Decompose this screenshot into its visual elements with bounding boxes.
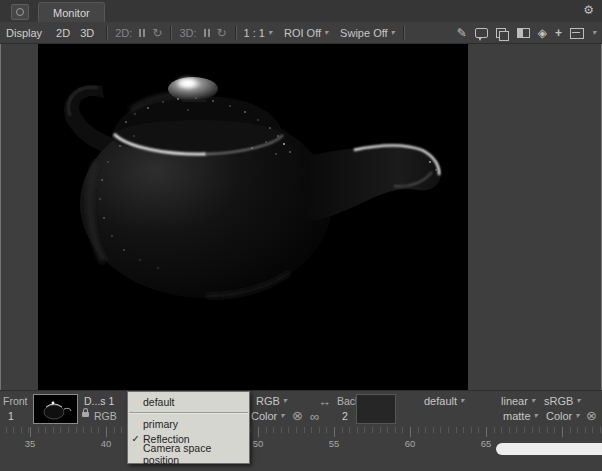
timeline-label: 65: [481, 438, 492, 449]
pencil-icon[interactable]: ✎: [457, 27, 467, 39]
menu-item-camera-space-position[interactable]: Camera space position: [128, 446, 249, 461]
front-layer-select[interactable]: D...s 1: [84, 395, 114, 407]
diamond-icon[interactable]: ◈: [538, 27, 547, 39]
display-menu[interactable]: Display: [6, 27, 42, 39]
front-channel-label: RGB: [94, 410, 117, 422]
viewport[interactable]: [38, 44, 468, 390]
chevron-down-icon: ▾: [391, 29, 395, 37]
swipe-select[interactable]: Swipe Off▾: [340, 27, 395, 39]
toolbar-separator: [106, 26, 107, 40]
menu-item-primary[interactable]: primary: [128, 416, 249, 431]
group-3d-label: 3D:: [179, 27, 196, 39]
swap-buffers-icon[interactable]: ↔: [318, 395, 331, 408]
mode-3d-button[interactable]: 3D: [80, 27, 94, 39]
menu-separator: [129, 412, 248, 413]
front-display-select[interactable]: Color▾: [251, 410, 284, 422]
group-2d-label: 2D:: [115, 27, 132, 39]
gear-icon[interactable]: ⚙: [583, 3, 594, 17]
front-channel-select[interactable]: RGB▾: [256, 395, 287, 407]
teapot-render: [38, 44, 468, 390]
chevron-down-icon: ▾: [283, 397, 287, 405]
chevron-down-icon: ▾: [280, 412, 284, 420]
chevron-down-icon: ▾: [268, 29, 272, 37]
menu-item-label: Camera space position: [143, 442, 249, 466]
tab-monitor-label: Monitor: [53, 7, 90, 19]
toolbar: Display 2D 3D 2D: ↻ 3D: ↻ 1 : 1▾ ROI Off…: [0, 22, 602, 44]
lock-icon[interactable]: [82, 412, 89, 417]
swipe-compare-icon[interactable]: [517, 28, 530, 38]
chevron-down-icon: ▾: [531, 397, 535, 405]
menu-item-label: primary: [143, 418, 178, 430]
pause-3d-icon[interactable]: [204, 29, 210, 37]
chevron-down-icon: ▾: [576, 397, 580, 405]
clear-front-buffer-icon[interactable]: ⊗: [292, 409, 303, 422]
menu-item-label: default: [143, 396, 175, 408]
clear-back-buffer-icon[interactable]: ⊗: [586, 409, 597, 422]
layer-context-menu: default primary ✓ Reflection Camera spac…: [127, 391, 250, 464]
zoom-select[interactable]: 1 : 1▾: [244, 27, 272, 39]
toolbar-right-icons: ✎ ◈ + ▾: [457, 22, 596, 44]
chevron-down-icon: ▾: [575, 412, 579, 420]
roi-select[interactable]: ROI Off▾: [284, 27, 328, 39]
view-transform-select[interactable]: sRGB▾: [544, 395, 580, 407]
front-thumbnail-image: [34, 395, 77, 423]
chevron-down-icon[interactable]: ▾: [592, 29, 596, 37]
panel-menu-icon[interactable]: [11, 4, 29, 20]
back-display-select[interactable]: Color▾: [546, 410, 579, 422]
front-buffer-number: 1: [8, 410, 14, 422]
tab-monitor[interactable]: Monitor: [38, 2, 105, 23]
colorspace-select[interactable]: linear▾: [501, 395, 535, 407]
front-buffer-label: Front: [3, 395, 28, 407]
chevron-down-icon: ▾: [460, 397, 464, 405]
front-thumbnail[interactable]: [33, 394, 78, 424]
timeline-label: 55: [329, 438, 340, 449]
link-buffers-icon[interactable]: ∞: [310, 410, 319, 423]
crosshair-icon[interactable]: +: [555, 26, 562, 40]
catalog-icon[interactable]: [570, 28, 584, 39]
back-layer-select[interactable]: default▾: [424, 395, 464, 407]
annotation-icon[interactable]: [475, 28, 488, 38]
matte-select[interactable]: matte▾: [503, 410, 538, 422]
timeline-scrollbar[interactable]: [496, 443, 602, 455]
panel-menu-dot-icon: [16, 8, 24, 16]
refresh-2d-icon[interactable]: ↻: [152, 27, 162, 39]
timeline-major-ticks: [0, 427, 602, 437]
menu-item-default[interactable]: default: [128, 394, 249, 409]
titlebar: Monitor ⚙: [0, 0, 602, 23]
mode-2d-button[interactable]: 2D: [56, 27, 70, 39]
back-thumbnail[interactable]: [356, 394, 396, 424]
timeline-label: 50: [253, 438, 264, 449]
monitor-panel: Monitor ⚙ Display 2D 3D 2D: ↻ 3D: ↻ 1 : …: [0, 0, 602, 471]
chevron-down-icon: ▾: [534, 412, 538, 420]
footer-bar: Front 1 D...s 1 RGB RGB▾ Color▾ ⊗ ∞ ↔ Ba…: [0, 390, 602, 426]
timeline[interactable]: 35 40 45 50 55 60 65: [0, 425, 602, 471]
chevron-down-icon: ▾: [324, 29, 328, 37]
pause-2d-icon[interactable]: [139, 29, 145, 37]
duplicate-icon[interactable]: [496, 28, 506, 38]
toolbar-separator: [235, 26, 236, 40]
toolbar-separator: [403, 26, 404, 40]
check-icon: ✓: [128, 433, 143, 444]
refresh-3d-icon[interactable]: ↻: [217, 27, 227, 39]
back-buffer-number: 2: [342, 410, 348, 422]
timeline-label: 40: [101, 438, 112, 449]
timeline-label: 60: [405, 438, 416, 449]
toolbar-separator: [170, 26, 171, 40]
timeline-label: 35: [25, 438, 36, 449]
